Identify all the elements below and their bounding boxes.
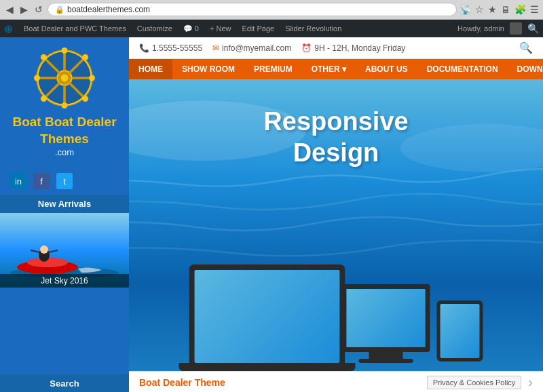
clock-icon: ⏰ (301, 43, 312, 53)
lock-icon: 🔒 (55, 5, 64, 14)
brand-dealer: Boat Dealer (45, 115, 117, 129)
hero-title: Responsive Design (263, 106, 408, 168)
hours-item: ⏰ 9H - 12H, Monday Friday (301, 43, 405, 53)
laptop-device (189, 264, 356, 371)
browser-action-buttons: 📡 ☆ ★ 🖥 🧩 ☰ (460, 4, 539, 15)
rss-button[interactable]: 📡 (460, 4, 471, 15)
admin-bar-customize[interactable]: Customize (132, 24, 178, 33)
sidebar-product[interactable]: Jet Sky 2016 (0, 213, 129, 288)
admin-avatar (510, 22, 522, 35)
browser-chrome: ◀ ▶ ↺ 🔒 boatdealerthemes.com 📡 ☆ ★ 🖥 🧩 ☰ (0, 0, 543, 20)
forward-button[interactable]: ▶ (18, 4, 30, 15)
brand-name: Boat Boat Dealer Themes (12, 114, 116, 147)
hours-text: 9H - 12H, Monday Friday (314, 43, 405, 53)
header-search: 🔍 (519, 41, 533, 54)
svg-point-25 (40, 246, 48, 254)
privacy-badge[interactable]: Privacy & Cookies Policy (427, 376, 522, 389)
nav-showroom[interactable]: SHOW ROOM (172, 59, 244, 79)
hero-background: Responsive Design (129, 79, 543, 371)
wp-logo: ⊕ (4, 22, 13, 35)
page-wrapper: Boat Boat Dealer Themes .com in f t New … (0, 37, 543, 392)
header-search-button[interactable]: 🔍 (519, 41, 533, 54)
header-strip: 📞 1.5555-55555 ✉ info@myemail.com ⏰ 9H -… (129, 37, 543, 59)
nav-bar: HOME SHOW ROOM PREMIUM OTHER ▾ ABOUT US … (129, 59, 543, 79)
content-footer: Boat Dealer Theme Privacy & Cookies Poli… (129, 371, 543, 392)
email-icon: ✉ (212, 43, 219, 53)
admin-bar-slider[interactable]: Slider Revolution (280, 24, 347, 33)
sidebar-logo: Boat Boat Dealer Themes .com (0, 37, 129, 168)
nav-other[interactable]: OTHER ▾ (302, 59, 356, 79)
sidebar: Boat Boat Dealer Themes .com in f t New … (0, 37, 129, 392)
tablet-device (437, 300, 483, 361)
refresh-button[interactable]: ↺ (33, 4, 45, 15)
email-item: ✉ info@myemail.com (212, 43, 291, 53)
phone-icon: 📞 (139, 43, 149, 53)
brand-themes: Themes (40, 132, 89, 146)
admin-bar-right: Howdy, admin 🔍 (457, 22, 539, 35)
back-button[interactable]: ◀ (4, 4, 16, 15)
ship-wheel-icon (34, 47, 95, 109)
email-address: info@myemail.com (222, 43, 291, 53)
hero-line1: Responsive (263, 107, 408, 136)
url-text: boatdealerthemes.com (67, 5, 150, 14)
main-content: 📞 1.5555-55555 ✉ info@myemail.com ⏰ 9H -… (129, 37, 543, 392)
phone-item: 📞 1.5555-55555 (139, 43, 202, 53)
product-label: Jet Sky 2016 (0, 274, 129, 288)
new-arrivals-label: New Arrivals (0, 195, 129, 213)
admin-bar-comments[interactable]: 💬 0 (178, 24, 204, 33)
admin-bar-themes[interactable]: Boat Dealer and PWC Themes (18, 24, 132, 33)
brand-boat: Boat (12, 115, 45, 129)
linkedin-icon[interactable]: in (10, 173, 26, 189)
phone-number: 1.5555-55555 (152, 43, 202, 53)
twitter-icon[interactable]: t (56, 173, 73, 189)
hero-line2: Design (293, 138, 379, 167)
admin-bar-edit-page[interactable]: Edit Page (236, 24, 280, 33)
device-mockups (189, 264, 483, 371)
boat-dealer-theme-title: Boat Dealer Theme (139, 377, 225, 388)
nav-premium[interactable]: PREMIUM (244, 59, 302, 79)
more-button[interactable]: ☰ (530, 4, 539, 15)
sidebar-social: in f t (0, 168, 129, 195)
nav-documentation[interactable]: DOCUMENTATION (417, 59, 508, 79)
admin-bar-new[interactable]: + New (204, 24, 237, 33)
bookmark-filled-button[interactable]: ★ (488, 4, 497, 15)
sidebar-search-label: Search (0, 374, 129, 392)
wp-admin-bar: ⊕ Boat Dealer and PWC Themes Customize 💬… (0, 20, 543, 37)
bookmark-button[interactable]: ☆ (475, 4, 484, 15)
puzzle-button[interactable]: 🧩 (514, 4, 526, 15)
facebook-icon[interactable]: f (33, 173, 50, 189)
svg-point-2 (61, 75, 69, 82)
admin-bar-search[interactable]: 🔍 (527, 23, 539, 34)
nav-about[interactable]: ABOUT US (356, 59, 417, 79)
nav-download[interactable]: DOWNLOAD (508, 59, 543, 79)
hero-area: Responsive Design (129, 79, 543, 371)
nav-home[interactable]: HOME (129, 59, 172, 79)
monitor-button[interactable]: 🖥 (501, 4, 510, 15)
scroll-right-icon[interactable]: › (528, 374, 533, 390)
admin-bar-howdy: Howdy, admin (457, 24, 504, 33)
url-bar[interactable]: 🔒 boatdealerthemes.com (48, 3, 457, 16)
brand-com: .com (55, 147, 74, 157)
browser-toolbar: ◀ ▶ ↺ 🔒 boatdealerthemes.com 📡 ☆ ★ 🖥 🧩 ☰ (0, 0, 543, 19)
